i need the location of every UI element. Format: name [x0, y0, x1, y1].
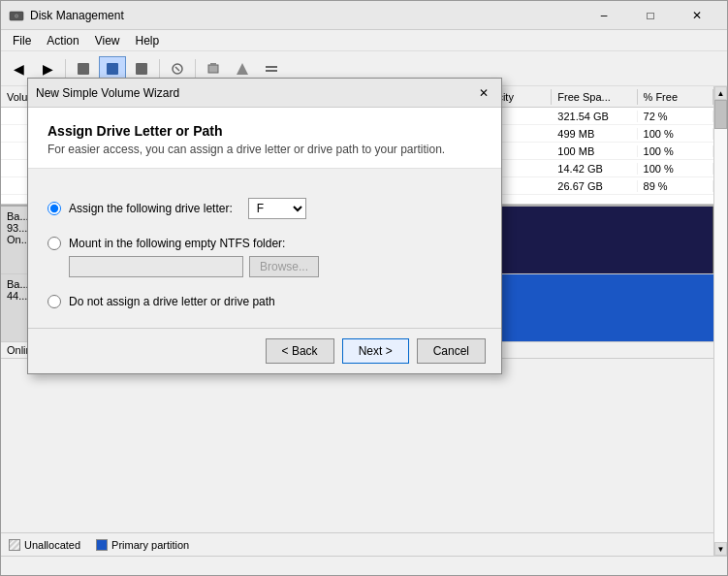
status-bar: [1, 556, 727, 575]
menu-bar: File Action View Help: [1, 30, 727, 51]
radio-row-1: Mount in the following empty NTFS folder…: [47, 237, 482, 277]
cell-pct-4: 89 %: [638, 180, 713, 192]
radio-input-2[interactable]: [47, 295, 61, 308]
dialog-close-button[interactable]: ✕: [474, 83, 493, 103]
dialog-title-text: New Simple Volume Wizard: [36, 86, 474, 100]
cell-free-2: 100 MB: [552, 145, 637, 157]
radio-input-0[interactable]: [47, 202, 61, 215]
scroll-track: [714, 129, 727, 542]
dialog-header: Assign Drive Letter or Path For easier a…: [28, 108, 501, 169]
cell-free-4: 26.67 GB: [552, 180, 637, 192]
svg-rect-3: [78, 63, 89, 75]
next-button[interactable]: Next >: [342, 338, 409, 364]
title-bar: Disk Management – □ ✕: [1, 1, 727, 30]
menu-view[interactable]: View: [87, 32, 128, 49]
cell-free-3: 14.42 GB: [552, 163, 637, 175]
radio-group: Assign the following drive letter: F G H…: [47, 198, 482, 308]
legend-unallocated: Unallocated: [9, 539, 80, 551]
radio-label-0: Assign the following drive letter:: [69, 202, 233, 215]
svg-rect-11: [266, 66, 277, 68]
radio-label-2: Do not assign a drive letter or drive pa…: [69, 295, 275, 308]
legend-primary: Primary partition: [96, 539, 189, 551]
scroll-up-arrow[interactable]: ▲: [714, 86, 727, 100]
svg-rect-4: [107, 63, 118, 75]
svg-line-7: [175, 67, 179, 71]
cancel-button[interactable]: Cancel: [417, 338, 486, 364]
legend-unalloc-box: [9, 539, 20, 551]
maximize-button[interactable]: □: [628, 6, 673, 25]
radio-row-2: Do not assign a drive letter or drive pa…: [47, 295, 482, 308]
scroll-thumb[interactable]: [714, 100, 727, 129]
cell-pct-1: 100 %: [638, 128, 713, 140]
ntfs-folder-input[interactable]: [69, 256, 243, 277]
svg-rect-12: [266, 70, 277, 72]
svg-rect-5: [136, 63, 147, 75]
menu-action[interactable]: Action: [39, 32, 86, 49]
scrollbar-vertical[interactable]: ▲ ▼: [713, 86, 727, 556]
dialog-content: Assign the following drive letter: F G H…: [28, 169, 501, 328]
cell-pct-0: 72 %: [638, 111, 713, 122]
menu-file[interactable]: File: [5, 32, 39, 49]
cell-pct-2: 100 %: [638, 145, 713, 157]
legend-unalloc-label: Unallocated: [24, 539, 80, 551]
browse-button[interactable]: Browse...: [249, 256, 319, 277]
toolbar-sep-1: [65, 59, 66, 79]
dialog-footer: < Back Next > Cancel: [28, 328, 501, 373]
legend-primary-box: [96, 539, 108, 551]
svg-point-2: [16, 15, 17, 16]
drive-letter-select[interactable]: F G H: [248, 198, 306, 219]
cell-free-1: 499 MB: [552, 128, 637, 140]
legend-primary-label: Primary partition: [111, 539, 189, 551]
dialog-title-bar: New Simple Volume Wizard ✕: [28, 79, 501, 108]
wizard-dialog: New Simple Volume Wizard ✕ Assign Drive …: [27, 78, 502, 374]
col-percentfree: % Free: [638, 89, 713, 105]
close-button[interactable]: ✕: [675, 6, 719, 25]
window-title: Disk Management: [30, 9, 582, 22]
menu-help[interactable]: Help: [128, 32, 168, 49]
toolbar-sep-2: [159, 59, 160, 79]
dialog-header-title: Assign Drive Letter or Path: [47, 123, 482, 139]
minimize-button[interactable]: –: [582, 6, 626, 25]
svg-rect-8: [208, 65, 218, 73]
radio-label-1: Mount in the following empty NTFS folder…: [69, 237, 285, 250]
dialog-body: Assign Drive Letter or Path For easier a…: [28, 108, 501, 373]
scroll-down-arrow[interactable]: ▼: [714, 542, 727, 556]
disk-management-icon: [9, 8, 24, 23]
cell-free-0: 321.54 GB: [552, 111, 637, 122]
toolbar-sep-3: [195, 59, 196, 79]
svg-marker-10: [237, 63, 248, 75]
cell-pct-3: 100 %: [638, 163, 713, 175]
legend: Unallocated Primary partition: [1, 532, 713, 556]
radio-input-1[interactable]: [47, 237, 61, 250]
back-button[interactable]: < Back: [266, 338, 334, 364]
col-freespace: Free Spa...: [552, 89, 637, 105]
title-bar-controls: – □ ✕: [582, 6, 719, 25]
svg-rect-9: [210, 63, 216, 66]
dialog-header-subtitle: For easier access, you can assign a driv…: [47, 143, 482, 156]
radio-row-0: Assign the following drive letter: F G H: [47, 198, 482, 219]
